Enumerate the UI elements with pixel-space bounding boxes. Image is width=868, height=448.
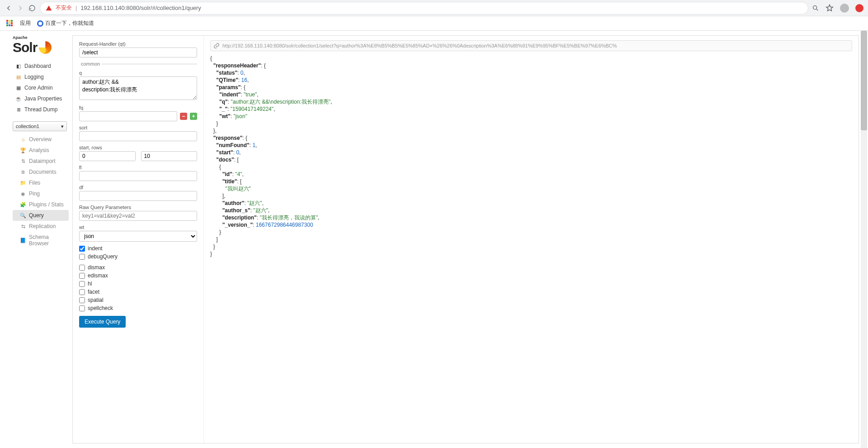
main-panel: Request-Handler (qt) common q author:赵六 … xyxy=(72,35,859,443)
fl-label: fl xyxy=(79,165,197,170)
q-label: q xyxy=(79,70,197,76)
sidebar-item-overview[interactable]: ⌂Overview xyxy=(13,134,69,145)
star-icon[interactable] xyxy=(826,4,834,12)
sidebar-item-dataimport[interactable]: ⇅Dataimport xyxy=(13,156,69,167)
facet-checkbox[interactable]: facet xyxy=(79,289,197,295)
apps-icon[interactable] xyxy=(6,20,14,27)
plugins-icon: 🧩 xyxy=(20,201,26,208)
files-icon: 📁 xyxy=(20,180,26,186)
debugquery-checkbox[interactable]: debugQuery xyxy=(79,253,197,260)
thread-dump-icon: ≣ xyxy=(15,106,22,113)
result-panel: http://192.168.110.140:8080/solr/collect… xyxy=(204,36,859,443)
java-props-icon: ☕ xyxy=(15,95,22,102)
edismax-checkbox[interactable]: edismax xyxy=(79,272,197,279)
result-url-bar[interactable]: http://192.168.110.140:8080/solr/collect… xyxy=(210,40,852,51)
qt-input[interactable] xyxy=(79,48,197,57)
sun-icon xyxy=(39,41,52,54)
ping-icon: ◉ xyxy=(20,191,26,197)
dataimport-icon: ⇅ xyxy=(20,158,26,164)
overview-icon: ⌂ xyxy=(20,136,26,143)
raw-input[interactable] xyxy=(79,211,197,221)
sidebar: Apache Solr ◧Dashboard ▤Logging ▦Core Ad… xyxy=(0,31,72,448)
fq-remove-icon[interactable]: − xyxy=(180,113,187,120)
sidebar-item-plugins[interactable]: 🧩Plugins / Stats xyxy=(13,199,69,210)
sidebar-item-dashboard[interactable]: ◧Dashboard xyxy=(13,61,69,71)
execute-query-button[interactable]: Execute Query xyxy=(79,316,126,328)
dismax-checkbox[interactable]: dismax xyxy=(79,264,197,271)
qt-label: Request-Handler (qt) xyxy=(79,41,197,47)
q-input[interactable]: author:赵六 && description:我长得漂亮 xyxy=(79,76,197,100)
replication-icon: ⇆ xyxy=(20,223,26,229)
sidebar-item-analysis[interactable]: 🏆Analysis xyxy=(13,145,69,156)
fq-add-icon[interactable]: + xyxy=(190,113,197,120)
svg-point-0 xyxy=(813,5,817,9)
avatar-icon[interactable] xyxy=(840,4,849,13)
fq-input[interactable] xyxy=(79,111,177,121)
analysis-icon: 🏆 xyxy=(20,147,26,153)
spatial-checkbox[interactable]: spatial xyxy=(79,297,197,303)
logging-icon: ▤ xyxy=(15,74,22,80)
solr-logo: Apache Solr xyxy=(13,35,62,55)
sidebar-item-core-admin[interactable]: ▦Core Admin xyxy=(13,82,69,93)
sidebar-item-schema[interactable]: 📘Schema Browser xyxy=(13,232,69,249)
insecure-label: 不安全 xyxy=(56,4,72,12)
sidebar-item-files[interactable]: 📁Files xyxy=(13,177,69,188)
sidebar-item-logging[interactable]: ▤Logging xyxy=(13,71,69,82)
hl-checkbox[interactable]: hl xyxy=(79,281,197,287)
extension-icon[interactable] xyxy=(855,4,863,12)
url-text: 192.168.110.140:8080/solr/#/collection1/… xyxy=(80,5,201,11)
apps-label[interactable]: 应用 xyxy=(20,19,31,27)
back-icon[interactable] xyxy=(5,4,13,12)
browser-toolbar: 不安全 | 192.168.110.140:8080/solr/#/collec… xyxy=(0,0,868,16)
df-label: df xyxy=(79,185,197,190)
spellcheck-checkbox[interactable]: spellcheck xyxy=(79,305,197,311)
rows-input[interactable] xyxy=(141,151,198,161)
forward-icon[interactable] xyxy=(16,4,24,12)
sidebar-item-replication[interactable]: ⇆Replication xyxy=(13,221,69,232)
wt-label: wt xyxy=(79,224,197,230)
schema-icon: 📘 xyxy=(20,237,26,243)
sort-label: sort xyxy=(79,125,197,130)
documents-icon: 🗎 xyxy=(20,169,26,175)
bookmark-baidu[interactable]: 百度一下，你就知道 xyxy=(37,19,94,27)
wt-select[interactable]: json xyxy=(79,231,197,242)
sidebar-item-ping[interactable]: ◉Ping xyxy=(13,188,69,199)
indent-checkbox[interactable]: indent xyxy=(79,245,197,252)
fq-label: fq xyxy=(79,105,197,110)
sidebar-item-documents[interactable]: 🗎Documents xyxy=(13,167,69,177)
reload-icon[interactable] xyxy=(28,4,36,12)
sidebar-item-query[interactable]: 🔍Query xyxy=(13,210,69,221)
query-form: Request-Handler (qt) common q author:赵六 … xyxy=(73,36,204,443)
bookmarks-bar: 应用 百度一下，你就知道 xyxy=(0,16,868,31)
baidu-icon xyxy=(37,20,43,27)
startrows-label: start, rows xyxy=(79,145,197,150)
core-selector[interactable]: collection1 ▾ xyxy=(13,121,67,131)
link-icon xyxy=(213,43,220,49)
result-url-text: http://192.168.110.140:8080/solr/collect… xyxy=(222,43,617,48)
query-icon: 🔍 xyxy=(20,212,26,219)
sidebar-item-java-props[interactable]: ☕Java Properties xyxy=(13,93,69,104)
core-admin-icon: ▦ xyxy=(15,85,22,91)
sort-input[interactable] xyxy=(79,131,197,141)
dashboard-icon: ◧ xyxy=(15,63,22,69)
sidebar-item-thread-dump[interactable]: ≣Thread Dump xyxy=(13,104,69,115)
fl-input[interactable] xyxy=(79,171,197,181)
df-input[interactable] xyxy=(79,191,197,201)
start-input[interactable] xyxy=(79,151,136,161)
warning-icon xyxy=(46,5,52,11)
chevron-down-icon: ▾ xyxy=(61,124,64,129)
address-bar[interactable]: 不安全 | 192.168.110.140:8080/solr/#/collec… xyxy=(40,2,808,14)
json-response: { "responseHeader": { "status": 0, "QTim… xyxy=(210,55,852,257)
raw-label: Raw Query Parameters xyxy=(79,205,197,210)
zoom-icon[interactable] xyxy=(812,5,819,12)
common-legend: common xyxy=(79,61,102,67)
page-scrollbar[interactable] xyxy=(861,31,867,448)
